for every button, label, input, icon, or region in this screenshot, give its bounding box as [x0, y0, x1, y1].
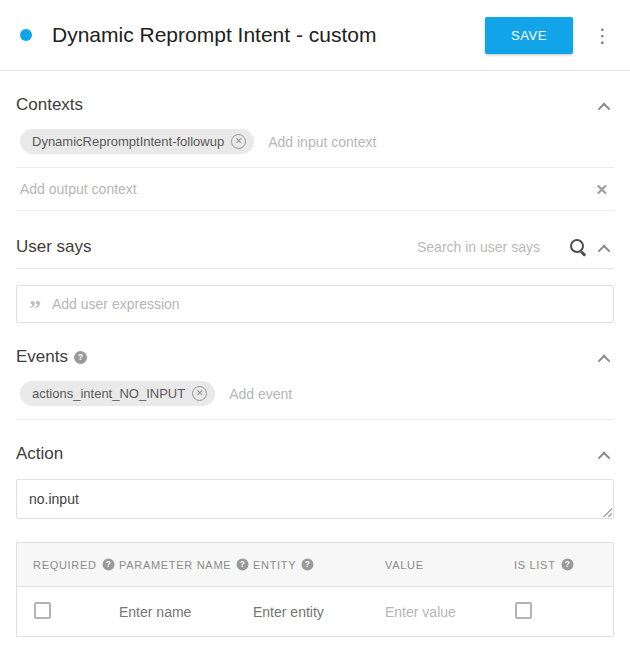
save-button[interactable]: SAVE: [485, 17, 573, 54]
resize-handle[interactable]: [602, 507, 612, 517]
intent-status-dot: [20, 29, 32, 41]
events-help-icon: ?: [74, 351, 87, 364]
input-contexts-row: DynamicRepromptIntent-followup ✕: [16, 115, 614, 168]
event-chip[interactable]: actions_intent_NO_INPUT ✕: [20, 381, 215, 406]
column-is-list: IS LIST ?: [514, 558, 597, 571]
remove-event-icon[interactable]: ✕: [192, 386, 207, 401]
column-required: REQUIRED ?: [33, 558, 119, 571]
events-row: actions_intent_NO_INPUT ✕: [16, 367, 614, 420]
intent-editor-page: Dynamic Reprompt Intent - custom SAVE ⋮ …: [0, 0, 630, 637]
user-says-section-header: User says: [16, 237, 614, 269]
entity-cell: [253, 604, 385, 620]
add-output-context-field[interactable]: [20, 181, 595, 197]
column-entity: ENTITY ?: [253, 558, 385, 571]
parameter-row: [17, 587, 613, 636]
value-cell: [385, 604, 514, 620]
add-event-field[interactable]: [229, 386, 610, 402]
action-name-input[interactable]: [29, 491, 601, 507]
is-list-cell: [514, 602, 597, 622]
entity-input[interactable]: [253, 604, 385, 620]
search-user-says-input[interactable]: [417, 239, 567, 255]
action-collapse-icon[interactable]: [598, 451, 611, 464]
parameter-name-cell: [119, 604, 253, 620]
parameters-table-header: REQUIRED ? PARAMETER NAME ? ENTITY ? VAL…: [17, 543, 613, 587]
intent-body: Contexts DynamicRepromptIntent-followup …: [0, 95, 630, 637]
user-expression-box: ”: [16, 285, 614, 323]
column-value-label: VALUE: [385, 559, 424, 571]
event-chip-label: actions_intent_NO_INPUT: [32, 386, 185, 401]
add-user-expression-field[interactable]: [52, 296, 601, 312]
clear-contexts-icon[interactable]: ✕: [595, 182, 608, 197]
intent-header: Dynamic Reprompt Intent - custom SAVE ⋮: [0, 0, 630, 71]
action-section-header: Action: [16, 444, 614, 464]
column-is-list-label: IS LIST: [514, 559, 556, 571]
kebab-menu-icon[interactable]: ⋮: [593, 26, 612, 45]
quote-icon: ”: [29, 303, 41, 313]
search-icon[interactable]: [569, 238, 587, 256]
contexts-title: Contexts: [16, 95, 83, 115]
is-list-help-icon: ?: [561, 559, 573, 571]
column-parameter-name: PARAMETER NAME ?: [119, 558, 253, 571]
events-collapse-icon[interactable]: [598, 354, 611, 367]
contexts-collapse-icon[interactable]: [598, 102, 611, 115]
contexts-section-header: Contexts: [16, 95, 614, 115]
column-required-label: REQUIRED: [33, 559, 97, 571]
required-checkbox[interactable]: [34, 602, 51, 619]
action-title: Action: [16, 444, 63, 464]
remove-input-context-icon[interactable]: ✕: [231, 134, 246, 149]
user-says-collapse-icon[interactable]: [598, 244, 611, 257]
column-entity-label: ENTITY: [253, 559, 296, 571]
column-parameter-name-label: PARAMETER NAME: [119, 559, 231, 571]
parameter-name-input[interactable]: [119, 604, 253, 620]
input-context-chip-label: DynamicRepromptIntent-followup: [32, 134, 224, 149]
output-contexts-row: ✕: [16, 168, 614, 211]
required-cell: [33, 602, 119, 622]
value-input[interactable]: [385, 604, 514, 620]
action-input-box: [16, 479, 614, 519]
input-context-chip[interactable]: DynamicRepromptIntent-followup ✕: [20, 129, 254, 154]
user-says-title: User says: [16, 237, 92, 257]
events-section-header: Events ?: [16, 347, 614, 367]
entity-help-icon: ?: [302, 559, 314, 571]
required-help-icon: ?: [102, 559, 114, 571]
page-title: Dynamic Reprompt Intent - custom: [52, 23, 485, 47]
parameter-name-help-icon: ?: [237, 559, 249, 571]
column-value: VALUE: [385, 559, 514, 571]
add-input-context-field[interactable]: [268, 134, 610, 150]
events-title: Events: [16, 347, 68, 367]
is-list-checkbox[interactable]: [515, 602, 532, 619]
parameters-table: REQUIRED ? PARAMETER NAME ? ENTITY ? VAL…: [16, 542, 614, 637]
